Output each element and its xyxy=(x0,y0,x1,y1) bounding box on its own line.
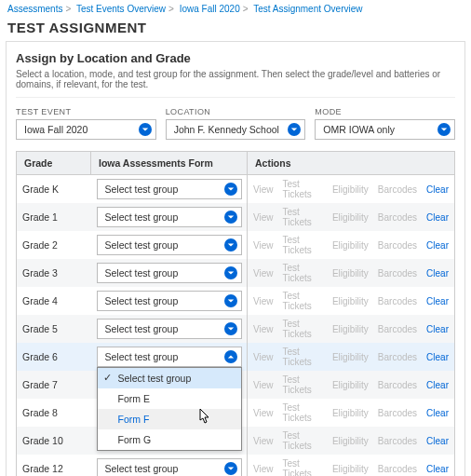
section-title: Assign by Location and Grade xyxy=(16,51,455,65)
clear-action[interactable]: Clear xyxy=(426,240,449,251)
dropdown-option[interactable]: Form G xyxy=(98,429,241,450)
tickets-action: Test Tickets xyxy=(283,374,323,395)
mode-select[interactable]: OMR IOWA only xyxy=(315,119,455,140)
tickets-action: Test Tickets xyxy=(283,458,323,476)
view-action: View xyxy=(253,408,274,418)
grade-cell: Grade 2 xyxy=(17,231,91,259)
form-select-value: Select test group xyxy=(105,323,179,334)
barcodes-action: Barcodes xyxy=(378,380,417,390)
column-header-grade: Grade xyxy=(17,152,91,175)
grade-cell: Grade 4 xyxy=(17,287,91,315)
table-row: Grade KSelect test groupViewTest Tickets… xyxy=(17,175,455,204)
table-row: Grade 5Select test groupViewTest Tickets… xyxy=(17,315,455,343)
clear-action[interactable]: Clear xyxy=(426,352,449,362)
clear-action[interactable]: Clear xyxy=(426,184,449,195)
view-action: View xyxy=(253,184,274,195)
actions-cell: ViewTest TicketsEligibilityBarcodesClear xyxy=(248,203,455,231)
actions-cell: ViewTest TicketsEligibilityBarcodesClear xyxy=(248,287,455,315)
chevron-down-icon xyxy=(224,266,237,279)
test-event-select[interactable]: Iowa Fall 2020 xyxy=(16,119,156,140)
eligibility-action: Eligibility xyxy=(332,296,369,306)
dropdown-option[interactable]: Select test group xyxy=(98,368,241,388)
breadcrumb-link[interactable]: Iowa Fall 2020 xyxy=(180,4,240,14)
form-select[interactable]: Select test group xyxy=(97,291,242,311)
location-select[interactable]: John F. Kennedy School xyxy=(166,119,306,140)
form-select[interactable]: Select test group xyxy=(97,263,242,283)
chevron-down-icon xyxy=(437,123,451,136)
grade-cell: Grade 10 xyxy=(17,427,91,455)
assign-card: Assign by Location and Grade Select a lo… xyxy=(6,41,465,476)
section-hint: Select a location, mode, and test group … xyxy=(16,69,455,98)
form-select-value: Select test group xyxy=(105,267,179,279)
chevron-down-icon xyxy=(224,322,237,335)
eligibility-action: Eligibility xyxy=(332,352,369,362)
eligibility-action: Eligibility xyxy=(332,212,369,223)
form-select[interactable]: Select test group xyxy=(97,347,242,367)
breadcrumb-link[interactable]: Test Assignment Overview xyxy=(253,4,362,14)
table-row: Grade 3Select test groupViewTest Tickets… xyxy=(17,259,455,287)
barcodes-action: Barcodes xyxy=(378,184,417,195)
view-action: View xyxy=(253,324,274,334)
clear-action[interactable]: Clear xyxy=(426,408,449,418)
dropdown-option[interactable]: Form E xyxy=(98,388,241,409)
clear-action[interactable]: Clear xyxy=(426,464,449,474)
tickets-action: Test Tickets xyxy=(283,430,323,451)
clear-action[interactable]: Clear xyxy=(426,380,449,390)
actions-cell: ViewTest TicketsEligibilityBarcodesClear xyxy=(248,343,455,371)
view-action: View xyxy=(253,240,274,251)
chevron-down-icon xyxy=(139,123,152,136)
clear-action[interactable]: Clear xyxy=(426,268,449,279)
location-label: LOCATION xyxy=(166,107,306,116)
eligibility-action: Eligibility xyxy=(332,464,369,474)
actions-cell: ViewTest TicketsEligibilityBarcodesClear xyxy=(248,259,455,287)
view-action: View xyxy=(253,296,274,306)
grade-cell: Grade 7 xyxy=(17,371,91,399)
test-event-label: TEST EVENT xyxy=(16,107,156,116)
filter-row: TEST EVENT Iowa Fall 2020 LOCATION John … xyxy=(16,107,455,140)
form-select[interactable]: Select test group xyxy=(97,319,242,339)
clear-action[interactable]: Clear xyxy=(426,296,449,306)
form-select[interactable]: Select test group xyxy=(97,179,242,199)
grade-cell: Grade 8 xyxy=(17,399,91,427)
chevron-down-icon xyxy=(224,462,237,475)
form-select[interactable]: Select test group xyxy=(97,207,242,227)
form-select-value: Select test group xyxy=(105,184,179,195)
eligibility-action: Eligibility xyxy=(332,184,369,195)
barcodes-action: Barcodes xyxy=(378,436,417,446)
page-title: TEST ASSIGNMENT xyxy=(7,20,464,35)
actions-cell: ViewTest TicketsEligibilityBarcodesClear xyxy=(248,231,455,259)
chevron-down-icon xyxy=(224,238,237,252)
clear-action[interactable]: Clear xyxy=(426,212,449,223)
table-row: Grade 12Select test groupViewTest Ticket… xyxy=(17,455,455,476)
breadcrumb-link[interactable]: Test Events Overview xyxy=(76,4,166,14)
grade-cell: Grade 3 xyxy=(17,259,91,287)
view-action: View xyxy=(253,380,274,390)
form-dropdown[interactable]: Select test groupForm EForm FForm G xyxy=(97,367,242,451)
view-action: View xyxy=(253,212,274,223)
clear-action[interactable]: Clear xyxy=(426,436,449,446)
eligibility-action: Eligibility xyxy=(332,408,369,418)
form-cell: Select test group xyxy=(91,259,248,287)
actions-cell: ViewTest TicketsEligibilityBarcodesClear xyxy=(248,315,455,343)
eligibility-action: Eligibility xyxy=(332,380,369,390)
test-event-value: Iowa Fall 2020 xyxy=(24,124,87,135)
dropdown-option[interactable]: Form F xyxy=(98,409,241,429)
grade-cell: Grade K xyxy=(17,175,91,204)
column-header-actions: Actions xyxy=(248,152,455,175)
barcodes-action: Barcodes xyxy=(378,268,417,279)
chevron-down-icon xyxy=(224,211,237,224)
form-select[interactable]: Select test group xyxy=(97,458,242,476)
barcodes-action: Barcodes xyxy=(378,324,417,334)
form-cell: Select test group xyxy=(91,455,248,476)
clear-action[interactable]: Clear xyxy=(426,324,449,334)
form-select[interactable]: Select test group xyxy=(97,235,242,255)
breadcrumb-link[interactable]: Assessments xyxy=(7,4,62,14)
tickets-action: Test Tickets xyxy=(283,235,323,255)
form-select-value: Select test group xyxy=(105,239,179,251)
actions-cell: ViewTest TicketsEligibilityBarcodesClear xyxy=(248,371,455,399)
table-row: Grade 1Select test groupViewTest Tickets… xyxy=(17,203,455,231)
form-cell: Select test group xyxy=(91,203,248,231)
table-row: Grade 4Select test groupViewTest Tickets… xyxy=(17,287,455,315)
barcodes-action: Barcodes xyxy=(378,352,417,362)
chevron-down-icon xyxy=(224,294,237,307)
